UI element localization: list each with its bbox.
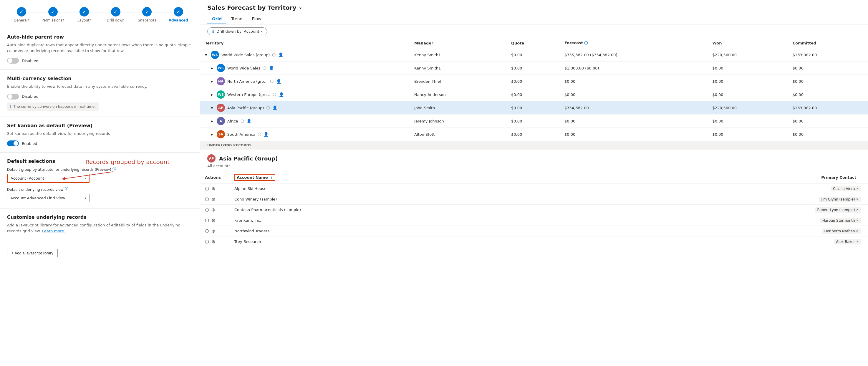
person-icon[interactable]: 👤 bbox=[264, 132, 269, 136]
share-icon[interactable]: ⬡ bbox=[266, 105, 270, 110]
person-icon[interactable]: 👤 bbox=[246, 119, 251, 123]
forecast-row: ▶ SA South America ⬡ 👤 Alton Stott $0.00… bbox=[200, 128, 868, 141]
share-icon[interactable]: ⬡ bbox=[270, 79, 274, 84]
more-icon[interactable]: ⊕ bbox=[211, 207, 215, 213]
won-cell: $220,500.00 bbox=[708, 48, 787, 62]
multicurrency-section: Multi-currency selection Enable the abil… bbox=[0, 70, 200, 117]
account-name-cell: Coho Winery (sample) bbox=[230, 194, 592, 205]
forecast-row: ▼ WS World Wide Sales (group) ⬡ 👤 Kenny … bbox=[200, 48, 868, 62]
share-icon[interactable]: ⬡ bbox=[241, 119, 244, 123]
underlying-row: ⬡ ⊕ Northwind Traders Heriberto Nathan ✕ bbox=[200, 226, 868, 237]
tab-trend[interactable]: Trend bbox=[226, 14, 247, 24]
forecast-content: ⊕ Drill down by: Account ▾ Territory Man… bbox=[200, 25, 868, 366]
open-icon[interactable]: ⬡ bbox=[205, 186, 209, 191]
multicurrency-toggle[interactable] bbox=[7, 94, 19, 99]
step-permissions[interactable]: ✓ Permissions* bbox=[37, 7, 69, 22]
primary-contact-cell: Heriberto Nathan ✕ bbox=[592, 226, 868, 237]
step-snapshots[interactable]: ✓ Snapshots bbox=[131, 7, 163, 22]
forecast-cell: $0.00 bbox=[560, 115, 708, 128]
share-icon[interactable]: ⬡ bbox=[272, 53, 276, 57]
share-icon[interactable]: ⬡ bbox=[262, 66, 266, 70]
share-icon[interactable]: ⬡ bbox=[273, 92, 276, 97]
account-name-cell: Fabrikam, Inc. bbox=[230, 215, 592, 226]
tab-flow[interactable]: Flow bbox=[247, 14, 266, 24]
more-icon[interactable]: ⊕ bbox=[211, 239, 215, 244]
more-icon[interactable]: ⊕ bbox=[211, 228, 215, 234]
forecast-row: ▶ A Africa ⬡ 👤 Jeremy Johnson $0.00 $0.0… bbox=[200, 115, 868, 128]
add-javascript-button[interactable]: + Add a javascript library bbox=[7, 249, 58, 257]
tab-grid[interactable]: Grid bbox=[207, 14, 226, 24]
row-actions: ⬡ ⊕ bbox=[200, 237, 230, 247]
person-icon[interactable]: 👤 bbox=[276, 79, 281, 84]
tag-close-button[interactable]: ✕ bbox=[856, 230, 859, 233]
share-icon[interactable]: ⬡ bbox=[258, 132, 261, 136]
open-icon[interactable]: ⬡ bbox=[205, 218, 209, 223]
col-committed: Committed bbox=[788, 38, 868, 48]
open-icon[interactable]: ⬡ bbox=[205, 228, 209, 234]
more-icon[interactable]: ⊕ bbox=[211, 218, 215, 223]
underlying-row: ⬡ ⊕ Contoso Pharmaceuticals (sample) Rob… bbox=[200, 205, 868, 215]
row-actions: ⬡ ⊕ bbox=[200, 205, 230, 215]
step-advanced[interactable]: ✓ Advanced bbox=[163, 7, 194, 22]
step-general[interactable]: ✓ General* bbox=[6, 7, 37, 22]
tag-close-button[interactable]: ✕ bbox=[856, 187, 859, 190]
expand-button[interactable]: ▼ bbox=[205, 53, 207, 57]
more-icon[interactable]: ⊕ bbox=[211, 196, 215, 202]
drill-down-label: Drill down by: Account bbox=[216, 29, 259, 34]
view-select[interactable]: Account Advanced Find View ▾ bbox=[7, 194, 90, 202]
expand-button[interactable]: ▼ bbox=[211, 106, 213, 110]
contact-name: Heriberto Nathan bbox=[825, 229, 855, 233]
info-icon: ℹ bbox=[10, 104, 11, 109]
person-icon[interactable]: 👤 bbox=[269, 66, 274, 70]
person-icon[interactable]: 👤 bbox=[279, 92, 284, 97]
annotation-arrow bbox=[59, 170, 118, 182]
row-actions: ⬡ ⊕ bbox=[200, 183, 230, 194]
underlying-row: ⬡ ⊕ Coho Winery (sample) Jim Glynn (samp… bbox=[200, 194, 868, 205]
expand-button[interactable]: ▶ bbox=[211, 93, 213, 96]
learn-more-link[interactable]: Learn more. bbox=[42, 229, 65, 233]
tag-close-button[interactable]: ✕ bbox=[856, 219, 859, 222]
row-actions: ⬡ ⊕ bbox=[200, 194, 230, 205]
tag-close-button[interactable]: ✕ bbox=[856, 208, 859, 211]
customize-desc: Add a JavaScript library for advanced co… bbox=[7, 222, 193, 234]
view-info-icon[interactable]: ⓘ bbox=[65, 186, 68, 191]
territory-avatar: AP bbox=[217, 104, 225, 112]
won-cell: $0.00 bbox=[708, 75, 787, 88]
committed-cell: $133,882.00 bbox=[788, 48, 868, 62]
autohide-toggle[interactable] bbox=[7, 58, 19, 64]
step-general-label: General* bbox=[14, 18, 29, 22]
expand-button[interactable]: ▶ bbox=[211, 120, 213, 123]
tag-close-button[interactable]: ✕ bbox=[856, 197, 859, 201]
drill-down-button[interactable]: ⊕ Drill down by: Account ▾ bbox=[207, 27, 267, 35]
underlying-row: ⬡ ⊕ Trey Research Alex Baker ✕ bbox=[200, 237, 868, 247]
quota-cell: $0.00 bbox=[506, 128, 560, 141]
currency-info-box: ℹ The currency conversion happens in rea… bbox=[7, 102, 99, 111]
committed-cell: $0.00 bbox=[788, 75, 868, 88]
forecast-cell: $1,000.00 ($0.00) bbox=[560, 62, 708, 75]
kanban-toggle[interactable] bbox=[7, 141, 19, 146]
territory-avatar: WS bbox=[217, 64, 225, 72]
step-drilldown-circle: ✓ bbox=[111, 7, 120, 17]
col-quota: Quota bbox=[506, 38, 560, 48]
sort-icon[interactable]: ↑ bbox=[270, 176, 273, 179]
step-drilldown[interactable]: ✓ Drill down bbox=[100, 7, 132, 22]
expand-button[interactable]: ▶ bbox=[211, 133, 213, 136]
open-icon[interactable]: ⬡ bbox=[205, 196, 209, 202]
expand-button[interactable]: ▶ bbox=[211, 80, 213, 83]
expand-button[interactable]: ▶ bbox=[211, 66, 213, 70]
underlying-row: ⬡ ⊕ Alpine Ski House Cacilia Viera ✕ bbox=[200, 183, 868, 194]
more-icon[interactable]: ⊕ bbox=[211, 186, 215, 191]
forecast-title-chevron[interactable]: ∨ bbox=[299, 5, 302, 10]
person-icon[interactable]: 👤 bbox=[272, 105, 277, 110]
annotation-text: Records grouped by account bbox=[85, 158, 169, 165]
open-icon[interactable]: ⬡ bbox=[205, 207, 209, 213]
quota-cell: $0.00 bbox=[506, 115, 560, 128]
open-icon[interactable]: ⬡ bbox=[205, 239, 209, 244]
step-layout[interactable]: ✓ Layout* bbox=[69, 7, 100, 22]
quota-cell: $0.00 bbox=[506, 75, 560, 88]
drill-bar: ⊕ Drill down by: Account ▾ bbox=[200, 25, 868, 38]
committed-cell: $0.00 bbox=[788, 115, 868, 128]
person-icon[interactable]: 👤 bbox=[278, 53, 283, 57]
territory-cell: ▶ WS World Wide Sales ⬡ 👤 bbox=[200, 62, 409, 75]
tag-close-button[interactable]: ✕ bbox=[856, 240, 859, 243]
